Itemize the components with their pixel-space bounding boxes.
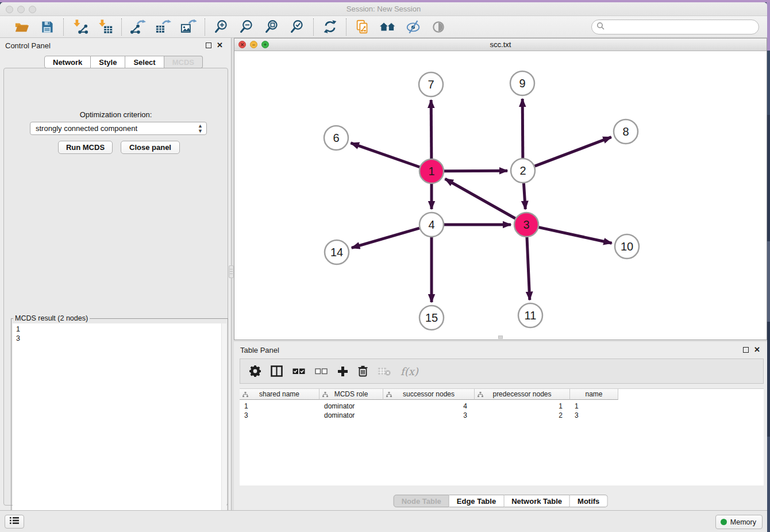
cell-shared-name[interactable]: 1: [240, 402, 319, 411]
memory-button[interactable]: Memory: [715, 515, 763, 529]
tab-motifs[interactable]: Motifs: [570, 495, 607, 507]
refresh-icon[interactable]: [321, 18, 339, 36]
column-header-name[interactable]: name: [570, 389, 618, 400]
column-header-shared-name[interactable]: shared name: [240, 389, 319, 400]
edge-1-6[interactable]: [351, 143, 419, 167]
column-header-successor-nodes[interactable]: successor nodes: [383, 389, 475, 400]
edge-1-7[interactable]: [431, 100, 432, 159]
svg-text:14: 14: [330, 246, 343, 259]
zoom-in-icon[interactable]: [212, 18, 230, 36]
cell-name[interactable]: 1: [570, 402, 618, 411]
node-9[interactable]: 9: [510, 71, 534, 95]
import-table-icon[interactable]: [96, 18, 114, 36]
tab-network[interactable]: Network: [44, 56, 91, 68]
search-icon: [596, 22, 605, 32]
table-close-icon[interactable]: ✕: [754, 345, 760, 354]
column-edit-icon[interactable]: [386, 391, 392, 399]
node-6[interactable]: 6: [324, 126, 348, 150]
network-view-window: ✕ − + scc.txt 7968124314101511: [234, 38, 767, 340]
export-network-icon[interactable]: [129, 18, 147, 36]
node-7[interactable]: 7: [419, 72, 443, 97]
save-session-icon[interactable]: [38, 18, 56, 36]
select-all-checkboxes-icon[interactable]: [292, 367, 305, 375]
mcds-result-area[interactable]: 1 3: [13, 323, 226, 530]
app-titlebar: Session: New Session: [0, 2, 767, 16]
search-box[interactable]: [591, 20, 759, 34]
tab-style[interactable]: Style: [91, 56, 125, 68]
node-8[interactable]: 8: [614, 119, 638, 144]
cell-shared-name[interactable]: 3: [240, 411, 319, 420]
edge-4-14[interactable]: [352, 228, 419, 248]
deselect-all-checkboxes-icon[interactable]: [315, 367, 328, 375]
tab-network-table[interactable]: Network Table: [504, 495, 570, 507]
table-float-icon[interactable]: [743, 347, 749, 353]
cell-predecessor-nodes[interactable]: 1: [475, 402, 570, 411]
edge-1-2[interactable]: [444, 171, 507, 171]
tab-mcds[interactable]: MCDS: [164, 56, 203, 68]
canvas-resize-grip[interactable]: [498, 336, 503, 339]
column-header-mcds-role[interactable]: MCDS role: [319, 389, 383, 400]
node-15[interactable]: 15: [419, 306, 444, 330]
column-edit-icon[interactable]: [242, 391, 248, 399]
tab-select[interactable]: Select: [125, 56, 164, 68]
export-table-icon[interactable]: [154, 18, 172, 36]
network-title: scc.txt: [234, 40, 767, 49]
network-window-titlebar[interactable]: ✕ − + scc.txt: [234, 38, 767, 51]
cell-mcds-role[interactable]: dominator: [319, 411, 383, 420]
column-label: successor nodes: [403, 390, 455, 398]
network-canvas[interactable]: 7968124314101511: [234, 51, 767, 340]
edge-3-1[interactable]: [445, 179, 515, 218]
cell-predecessor-nodes[interactable]: 2: [475, 411, 570, 420]
node-14[interactable]: 14: [325, 240, 349, 264]
open-session-icon[interactable]: [13, 18, 31, 36]
column-edit-icon[interactable]: [322, 391, 328, 399]
run-mcds-button[interactable]: Run MCDS: [58, 141, 113, 154]
control-panel-header: Control Panel ✕: [0, 38, 231, 53]
export-image-icon[interactable]: [179, 18, 198, 36]
task-history-button[interactable]: [5, 515, 24, 529]
cell-successor-nodes[interactable]: 3: [383, 411, 475, 420]
tab-node-table[interactable]: Node Table: [394, 495, 449, 507]
add-column-icon[interactable]: [337, 366, 348, 377]
node-3[interactable]: 3: [514, 213, 538, 237]
show-all-networks-icon[interactable]: [379, 18, 397, 36]
float-panel-icon[interactable]: [206, 43, 211, 48]
delete-column-trash-icon[interactable]: [358, 365, 368, 377]
zoom-selected-icon[interactable]: [288, 18, 306, 36]
cell-mcds-role[interactable]: dominator: [319, 402, 383, 411]
column-label: name: [585, 390, 602, 398]
delete-table-disabled-icon: [378, 367, 391, 376]
edge-2-8[interactable]: [535, 137, 611, 167]
edge-3-11[interactable]: [527, 237, 530, 300]
import-network-icon[interactable]: [71, 18, 89, 36]
column-header-predecessor-nodes[interactable]: predecessor nodes: [475, 389, 570, 400]
search-input[interactable]: [605, 21, 759, 33]
node-10[interactable]: 10: [615, 234, 639, 259]
node-4[interactable]: 4: [419, 213, 444, 237]
edge-2-9[interactable]: [522, 99, 523, 158]
panel-divider-grip[interactable]: [229, 265, 234, 278]
criterion-dropdown[interactable]: strongly connected component ▲▼: [30, 122, 207, 135]
table-row[interactable]: 1dominator411: [240, 402, 618, 411]
edge-2-3[interactable]: [523, 183, 525, 209]
edge-3-10[interactable]: [538, 228, 611, 244]
zoom-fit-icon[interactable]: [263, 18, 281, 36]
node-2[interactable]: 2: [511, 159, 535, 183]
svg-text:9: 9: [519, 77, 525, 90]
table-row[interactable]: 3dominator323: [240, 411, 618, 420]
node-11[interactable]: 11: [518, 303, 542, 327]
close-panel-button[interactable]: Close panel: [121, 141, 180, 154]
node-1[interactable]: 1: [419, 159, 444, 183]
result-scrollbar[interactable]: [221, 323, 226, 530]
table-settings-gear-icon[interactable]: [249, 365, 261, 377]
hide-graphics-details-icon[interactable]: [404, 18, 422, 36]
zoom-out-icon[interactable]: [237, 18, 256, 36]
mcds-panel: Optimization criterion: strongly connect…: [3, 68, 228, 506]
cell-successor-nodes[interactable]: 4: [383, 402, 475, 411]
column-edit-icon[interactable]: [478, 391, 483, 399]
cell-name[interactable]: 3: [570, 411, 618, 420]
tab-edge-table[interactable]: Edge Table: [449, 495, 504, 507]
show-columns-icon[interactable]: [271, 365, 283, 377]
close-panel-icon[interactable]: ✕: [217, 41, 223, 49]
first-neighbors-icon[interactable]: [353, 18, 372, 36]
